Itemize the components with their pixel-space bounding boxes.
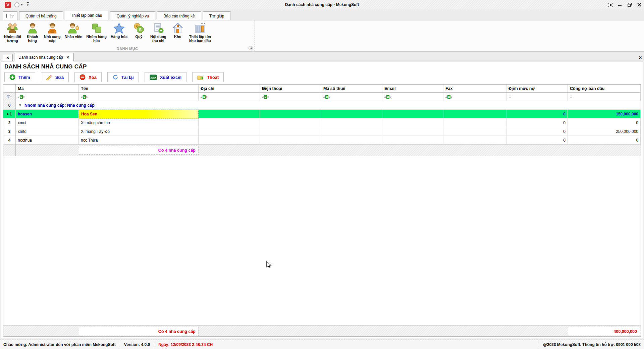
- close-document-button[interactable]: ✕: [3, 54, 13, 61]
- cell-dien-thoai[interactable]: [260, 127, 321, 136]
- cell-ma[interactable]: nccthua: [16, 136, 79, 145]
- cell-email[interactable]: [382, 110, 443, 118]
- cell-ma-so-thue[interactable]: [321, 136, 382, 145]
- cell-dinh-muc-no[interactable]: 0: [506, 127, 568, 136]
- cell-cong-no[interactable]: 250,000,000: [568, 127, 641, 136]
- ribbon-item-nhom-hang-hoa[interactable]: Nhóm hàng hóa: [84, 22, 109, 43]
- cell-ten-focused[interactable]: Hoa Sen: [79, 110, 199, 118]
- version-text: Version: 4.0.0: [124, 342, 150, 347]
- column-header-ma[interactable]: Mã: [16, 85, 79, 93]
- filter-cell-cong-no[interactable]: =: [568, 93, 641, 101]
- group-row[interactable]: 0 ▼ Nhóm nhà cung cấp: Nhà cung cấp: [3, 101, 641, 110]
- cell-ma[interactable]: xmtd: [16, 127, 79, 136]
- cell-ma-so-thue[interactable]: [321, 110, 382, 118]
- cell-ma[interactable]: hoasen: [16, 110, 79, 118]
- filter-cell-ma[interactable]: aBc: [16, 93, 79, 101]
- column-header-fax[interactable]: Fax: [443, 85, 506, 93]
- row-header-1[interactable]: ▶1: [3, 110, 16, 118]
- row-header-0[interactable]: 0: [3, 101, 16, 110]
- cell-dia-chi[interactable]: [199, 118, 260, 127]
- cell-dia-chi[interactable]: [199, 110, 260, 118]
- cell-email[interactable]: [382, 118, 443, 127]
- filter-cell-dien-thoai[interactable]: aBc: [260, 93, 321, 101]
- ribbon-item-quy[interactable]: € S Quỹ: [129, 22, 148, 39]
- table-row[interactable]: 4 nccthua ncc Thừa 0 0: [3, 136, 641, 145]
- row-header-2[interactable]: 2: [3, 118, 16, 127]
- ribbon-item-nha-cung-cap[interactable]: Nhà cung cấp: [42, 22, 63, 43]
- fullscreen-icon[interactable]: [608, 3, 613, 7]
- add-button[interactable]: Thêm: [4, 72, 35, 82]
- close-tab-icon[interactable]: ✕: [66, 55, 69, 60]
- cell-ma-so-thue[interactable]: [321, 127, 382, 136]
- row-header-3[interactable]: 3: [3, 127, 16, 136]
- cell-dien-thoai[interactable]: [260, 110, 321, 118]
- cell-dia-chi[interactable]: [199, 127, 260, 136]
- document-tab-active[interactable]: Danh sách nhà cung cấp ✕: [14, 53, 74, 61]
- minimize-icon[interactable]: [618, 3, 622, 7]
- restore-icon[interactable]: [628, 3, 632, 7]
- filter-cell-dinh-muc-no[interactable]: =: [506, 93, 568, 101]
- tab-tro-giup[interactable]: Trợ giúp: [203, 11, 231, 20]
- ribbon-item-nhom-doi-tuong[interactable]: Nhóm đối tượng: [2, 22, 23, 43]
- cell-ma-so-thue[interactable]: [321, 118, 382, 127]
- edit-button[interactable]: Sửa: [41, 72, 69, 82]
- cell-cong-no[interactable]: 0: [568, 136, 641, 145]
- delete-button[interactable]: Xóa: [74, 72, 102, 82]
- cell-email[interactable]: [382, 136, 443, 145]
- column-header-dia-chi[interactable]: Địa chỉ: [199, 85, 260, 93]
- cell-dinh-muc-no[interactable]: 0: [506, 136, 568, 145]
- column-header-dien-thoai[interactable]: Điện thoại: [260, 85, 321, 93]
- table-row[interactable]: 2 xmct Xi măng cần thơ 0 0: [3, 118, 641, 127]
- cell-ten[interactable]: ncc Thừa: [79, 136, 199, 145]
- ribbon-item-hang-hoa[interactable]: Hàng hóa: [109, 22, 129, 39]
- cell-email[interactable]: [382, 127, 443, 136]
- grid-empty-area[interactable]: [3, 156, 641, 325]
- cell-fax[interactable]: [443, 110, 506, 118]
- ribbon-item-khach-hang[interactable]: Khách hàng: [23, 22, 42, 43]
- ribbon-item-kho[interactable]: Kho: [168, 22, 187, 39]
- column-header-cong-no-ban-dau[interactable]: Công nợ ban đầu: [568, 85, 641, 93]
- cell-ma[interactable]: xmct: [16, 118, 79, 127]
- collapse-triangle-icon[interactable]: ▼: [18, 103, 22, 107]
- cell-ten[interactable]: Xi măng cần thơ: [79, 118, 199, 127]
- cell-fax[interactable]: [443, 127, 506, 136]
- column-header-dinh-muc-no[interactable]: Định mức nợ: [506, 85, 568, 93]
- app-menu-button[interactable]: ▽: [3, 11, 17, 20]
- cell-dia-chi[interactable]: [199, 136, 260, 145]
- cell-ten[interactable]: Xi măng Tây Đô: [79, 127, 199, 136]
- cell-cong-no[interactable]: 150,000,000: [568, 110, 641, 118]
- close-all-tabs-icon[interactable]: ✕: [639, 55, 642, 60]
- cell-dinh-muc-no[interactable]: 0: [506, 110, 568, 118]
- cell-fax[interactable]: [443, 136, 506, 145]
- ribbon-item-noi-dung-thu-chi[interactable]: Nội dung thu chi: [148, 22, 168, 43]
- cell-fax[interactable]: [443, 118, 506, 127]
- close-icon[interactable]: [637, 3, 641, 7]
- row-header-4[interactable]: 4: [3, 136, 16, 145]
- tab-bao-cao-thong-ke[interactable]: Báo cáo thống kê: [157, 11, 201, 20]
- tab-quan-tri-he-thong[interactable]: Quản trị hệ thống: [19, 11, 63, 20]
- ribbon-item-thiet-lap-ton-kho[interactable]: Thiết lập tồn kho ban đầu: [187, 22, 213, 43]
- tab-quan-ly-nghiep-vu[interactable]: Quản lý nghiệp vụ: [110, 11, 155, 20]
- exit-button[interactable]: Thoát: [192, 72, 224, 82]
- cell-dien-thoai[interactable]: [260, 136, 321, 145]
- filter-cell-dia-chi[interactable]: aBc: [199, 93, 260, 101]
- column-header-ten[interactable]: Tên: [79, 85, 199, 93]
- filter-cell-email[interactable]: aBc: [382, 93, 443, 101]
- group-dialog-launcher-icon[interactable]: ◢: [249, 46, 253, 50]
- column-header-email[interactable]: Email: [382, 85, 443, 93]
- filter-cell-ten[interactable]: aBc: [79, 93, 199, 101]
- cell-cong-no[interactable]: 0: [568, 118, 641, 127]
- ribbon-item-label: Nội dung thu chi: [150, 35, 166, 43]
- column-header-ma-so-thue[interactable]: Mã số thuế: [321, 85, 382, 93]
- cell-dien-thoai[interactable]: [260, 118, 321, 127]
- export-excel-button[interactable]: XLSX Xuất excel: [145, 72, 186, 82]
- edit-button-label: Sửa: [55, 75, 64, 80]
- table-row[interactable]: 3 xmtd Xi măng Tây Đô 0 250,000,000: [3, 127, 641, 136]
- tab-thiet-lap-ban-dau[interactable]: Thiết lập ban đầu: [65, 10, 109, 20]
- reload-button[interactable]: Tải lại: [107, 72, 139, 82]
- filter-cell-ma-so-thue[interactable]: aBc: [321, 93, 382, 101]
- ribbon-item-nhan-vien[interactable]: Nhân viên: [63, 22, 85, 39]
- cell-dinh-muc-no[interactable]: 0: [506, 118, 568, 127]
- table-row[interactable]: ▶1 hoasen Hoa Sen 0 150,000,000: [3, 110, 641, 118]
- filter-cell-fax[interactable]: aBc: [443, 93, 506, 101]
